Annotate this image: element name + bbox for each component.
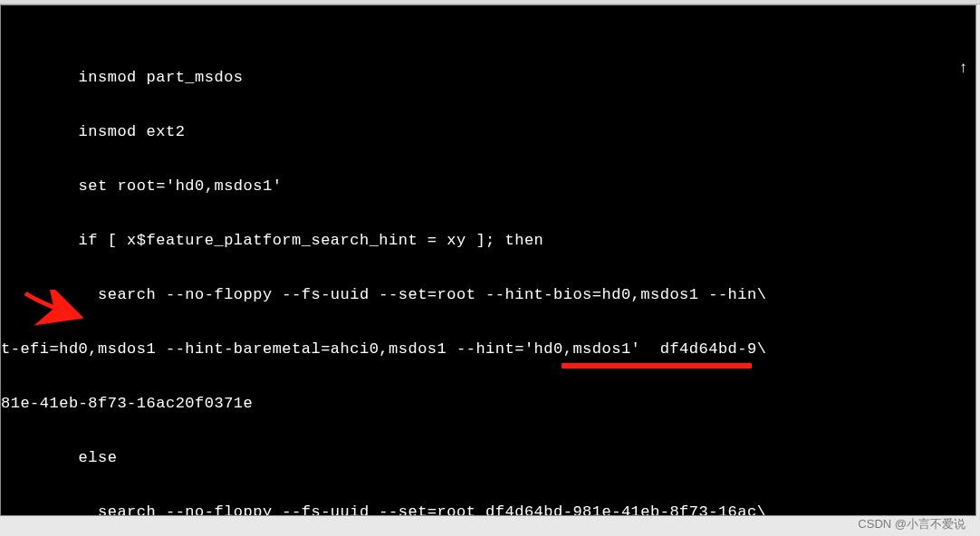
editor-line: search --no-floppy --fs-uuid --set=root …	[1, 286, 975, 304]
editor-line: insmod ext2	[1, 123, 975, 141]
editor-line: insmod part_msdos	[1, 69, 975, 87]
grub-editor-terminal[interactable]: insmod part_msdos insmod ext2 set root='…	[0, 5, 976, 516]
watermark-text: CSDN @小言不爱说	[858, 516, 966, 532]
window-frame: insmod part_msdos insmod ext2 set root='…	[0, 0, 980, 536]
editor-line: search --no-floppy --fs-uuid --set=root …	[1, 503, 975, 516]
editor-line: set root='hd0,msdos1'	[1, 177, 975, 196]
editor-line: 81e-41eb-8f73-16ac20f0371e	[1, 395, 975, 413]
editor-line: else	[1, 449, 975, 467]
scroll-up-indicator-icon: ↑	[958, 60, 968, 78]
editor-line: if [ x$feature_platform_search_hint = xy…	[1, 232, 975, 250]
editor-line: t-efi=hd0,msdos1 --hint-baremetal=ahci0,…	[1, 340, 975, 359]
